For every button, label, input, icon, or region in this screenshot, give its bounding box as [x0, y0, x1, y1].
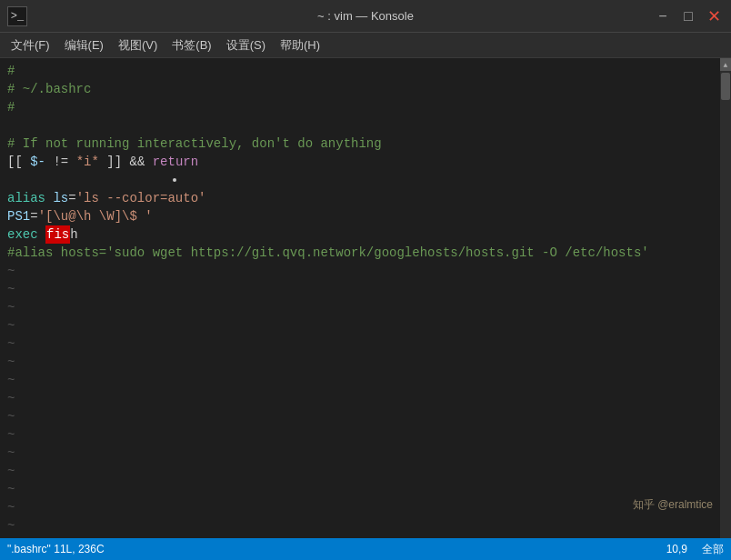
editor-line-8: alias ls = 'ls --color=auto': [7, 189, 718, 207]
menu-edit[interactable]: 编辑(E): [57, 35, 111, 55]
editor-line-2: # ~/.bashrc: [7, 80, 718, 98]
scrollbar-up[interactable]: ▲: [720, 58, 731, 71]
tilde-2: ~: [7, 280, 718, 298]
menu-bookmarks[interactable]: 书签(B): [165, 35, 218, 55]
editor-line-10: exec fish: [7, 225, 718, 244]
tilde-11: ~: [7, 444, 718, 462]
editor-line-1: #: [7, 62, 718, 80]
window-title: ~ : vim — Konsole: [317, 9, 414, 23]
tilde-14: ~: [7, 498, 718, 516]
tilde-8: ~: [7, 389, 718, 407]
tilde-3: ~: [7, 298, 718, 316]
view-mode: 全部: [702, 542, 724, 557]
tilde-9: ~: [7, 407, 718, 425]
tilde-5: ~: [7, 335, 718, 353]
menu-view[interactable]: 视图(V): [111, 35, 165, 55]
editor-line-5: # If not running interactively, don't do…: [7, 135, 718, 153]
menu-file[interactable]: 文件(F): [4, 35, 57, 55]
tilde-1: ~: [7, 262, 718, 280]
editor-line-11: #alias hosts='sudo wget https://git.qvq.…: [7, 244, 718, 262]
editor-line-9: PS1 = '[\u@\h \W]\$ ': [7, 207, 718, 225]
editor-line-6: [[ $- != *i* ]] && return: [7, 153, 718, 171]
tilde-15: ~: [7, 516, 718, 535]
status-bar: ".bashrc" 11L, 236C 10,9 全部: [0, 538, 731, 560]
menu-help[interactable]: 帮助(H): [273, 35, 327, 55]
editor-line-4: [7, 116, 718, 135]
cursor: fis: [45, 225, 70, 244]
minimize-button[interactable]: −: [653, 6, 673, 26]
tilde-10: ~: [7, 425, 718, 444]
scrollbar[interactable]: ▲: [720, 58, 731, 538]
status-filename: ".bashrc" 11L, 236C: [7, 543, 105, 555]
menu-settings[interactable]: 设置(S): [219, 35, 273, 55]
tilde-6: ~: [7, 353, 718, 371]
editor-area: # # ~/.bashrc # # If not running interac…: [0, 58, 731, 538]
title-bar: >_ ~ : vim — Konsole − □ ✕: [0, 0, 731, 33]
scrollbar-thumb[interactable]: [721, 73, 730, 100]
window-controls: − □ ✕: [653, 6, 724, 26]
cursor-position: 10,9: [666, 543, 687, 555]
menu-bar: 文件(F) 编辑(E) 视图(V) 书签(B) 设置(S) 帮助(H): [0, 33, 731, 58]
maximize-button[interactable]: □: [678, 6, 698, 26]
editor-line-3: #: [7, 98, 718, 116]
tilde-13: ~: [7, 480, 718, 498]
tilde-16: ~: [7, 535, 718, 538]
tilde-4: ~: [7, 316, 718, 335]
editor-content[interactable]: # # ~/.bashrc # # If not running interac…: [0, 58, 731, 538]
tilde-7: ~: [7, 371, 718, 389]
editor-line-7: [7, 171, 718, 189]
tilde-12: ~: [7, 462, 718, 480]
watermark: 知乎 @eralmtice: [633, 497, 713, 513]
status-right: 10,9 全部: [666, 542, 724, 557]
close-button[interactable]: ✕: [704, 6, 724, 26]
title-bar-left: >_: [7, 6, 35, 26]
terminal-icon: >_: [7, 6, 27, 26]
